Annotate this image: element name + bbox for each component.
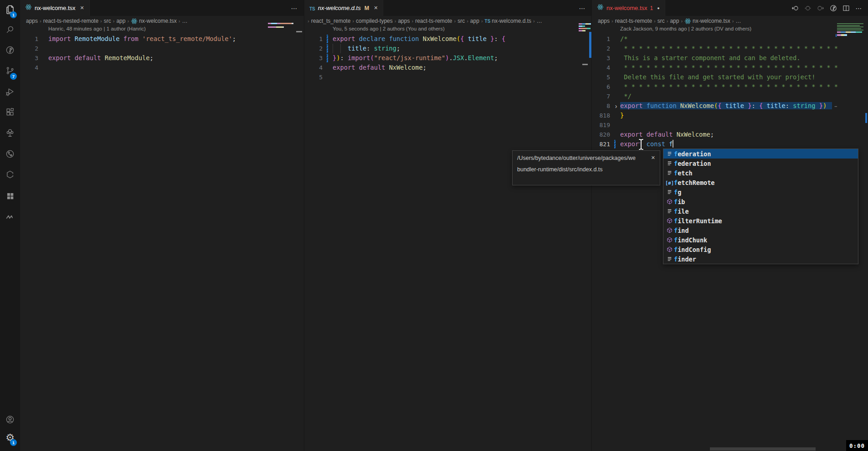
suggest-item-fib[interactable]: fib <box>663 197 858 206</box>
close-icon[interactable]: ✕ <box>374 5 378 11</box>
activitybar-item-extension-squiggle[interactable] <box>0 207 20 228</box>
code-token: export <box>333 64 355 71</box>
close-icon[interactable]: ✕ <box>80 5 84 11</box>
line-number: 1 <box>20 36 38 42</box>
breadcrumb-item[interactable]: nx-welcome.tsx <box>684 18 730 25</box>
horizontal-scrollbar[interactable] <box>710 447 816 451</box>
breadcrumb-item[interactable]: compiled-types <box>356 18 393 24</box>
suggest-item-federation[interactable]: federation <box>663 159 858 168</box>
suggest-item-filterRuntime[interactable]: filterRuntime <box>663 216 858 226</box>
more-actions-icon[interactable]: ⋯ <box>855 4 863 12</box>
activitybar-item-run-and-debug[interactable] <box>0 82 20 103</box>
breadcrumb-item[interactable]: TSnx-welcome.d.ts <box>485 18 531 24</box>
breadcrumb-label: compiled-types <box>356 18 393 24</box>
minimap-modified-marker <box>836 34 837 37</box>
codelens-blame[interactable]: Hanric, 48 minutes ago | 1 author (Hanri… <box>48 26 146 34</box>
activitybar-item-explorer[interactable]: 1 <box>0 0 20 20</box>
breadcrumb-label: apps <box>26 18 38 24</box>
code-editor[interactable]: 1export declare function NxWelcome({ tit… <box>304 34 592 82</box>
minimap[interactable] <box>579 30 586 31</box>
breadcrumb-item[interactable]: react-ts-remote <box>615 18 652 24</box>
suggest-item-findConfig[interactable]: findConfig <box>663 245 858 254</box>
minimap[interactable] <box>837 28 861 29</box>
revision-circle-icon[interactable] <box>804 4 812 12</box>
more-actions-icon[interactable]: ⋯ <box>578 4 586 12</box>
code-line: 3export default RemoteModule; <box>20 53 304 63</box>
gutter <box>610 92 620 101</box>
compare-previous-icon[interactable] <box>791 4 799 12</box>
minimap[interactable] <box>837 23 863 24</box>
tab-label: nx-welcome.tsx <box>35 5 76 11</box>
breadcrumb-item[interactable]: … <box>182 18 188 24</box>
breadcrumb-item[interactable]: app <box>470 18 479 24</box>
activitybar-item-nx-console[interactable] <box>0 186 20 207</box>
gitlens-graph-icon[interactable] <box>829 4 837 12</box>
breadcrumb-item[interactable]: nx-welcome.tsx <box>131 18 177 25</box>
minimap[interactable] <box>837 34 847 36</box>
breadcrumb-item[interactable]: src <box>457 18 465 24</box>
breadcrumb-item[interactable]: react-ts-remote <box>415 18 452 24</box>
minimap[interactable] <box>579 28 591 29</box>
breadcrumb-item[interactable]: app <box>116 18 125 24</box>
code-token: ( <box>370 54 374 62</box>
breadcrumb-separator: › <box>611 18 613 24</box>
compare-next-icon[interactable] <box>817 4 825 12</box>
close-icon[interactable]: ✕ <box>651 155 655 161</box>
code-editor[interactable]: 1import RemoteModule from 'react_ts_remo… <box>20 34 304 72</box>
breadcrumb-item[interactable]: app <box>670 18 679 24</box>
breadcrumb-item[interactable]: apps <box>398 18 410 24</box>
minimap[interactable] <box>837 30 863 31</box>
tab-nx-welcome.tsx[interactable]: nx-welcome.tsx✕ <box>20 0 90 16</box>
breadcrumb-item[interactable]: apps <box>26 18 38 24</box>
activitybar-item-git-graph[interactable] <box>0 144 20 165</box>
activitybar-item-testing-tree[interactable] <box>0 123 20 144</box>
suggest-item-fetchRemote[interactable]: [ø]fetchRemote <box>663 178 858 187</box>
tab-nx-welcome.d.ts[interactable]: TSnx-welcome.d.tsM✕ <box>304 0 383 16</box>
activitybar-item-source-control[interactable]: 7 <box>0 61 20 82</box>
minimap[interactable] <box>579 23 591 25</box>
activitybar-item-gitlens[interactable] <box>0 41 20 62</box>
minimap[interactable] <box>837 26 863 27</box>
suggest-item-fg[interactable]: fg <box>663 187 858 197</box>
tab-bar: nx-welcome.tsx✕⋯ <box>20 0 304 16</box>
breadcrumb-item[interactable]: react-ts-nested-remote <box>43 18 98 24</box>
breadcrumb-item[interactable]: react_ts_remote <box>311 18 351 24</box>
split-editor-icon[interactable] <box>842 4 850 12</box>
suggest-item-finder[interactable]: finder <box>663 254 858 264</box>
suggest-item-label: file <box>674 208 689 215</box>
codelens-blame[interactable]: You, 5 seconds ago | 2 authors (You and … <box>333 26 445 34</box>
code-token: { <box>755 102 763 109</box>
activitybar-item-settings[interactable]: ⚙1 <box>0 427 20 448</box>
breadcrumb-item[interactable]: src <box>104 18 111 24</box>
suggest-item-find[interactable]: find <box>663 226 858 235</box>
breadcrumb-separator: › <box>654 18 656 24</box>
react-icon <box>131 18 138 25</box>
breadcrumb-item[interactable]: … <box>537 18 542 24</box>
fold-chevron-icon[interactable]: › <box>612 101 620 111</box>
activitybar-item-search[interactable] <box>0 20 20 41</box>
suggest-item-label: find <box>674 227 689 234</box>
suggest-item-file[interactable]: file <box>663 206 858 216</box>
minimap[interactable] <box>268 26 284 28</box>
line-number: 818 <box>592 112 610 119</box>
more-actions-icon[interactable]: ⋯ <box>290 4 298 12</box>
minimap[interactable] <box>837 31 862 33</box>
minimap[interactable] <box>579 26 585 27</box>
suggest-widget[interactable]: federationfederationfetch[ø]fetchRemotef… <box>663 149 858 264</box>
activitybar-item-extension-hexagon[interactable] <box>0 165 20 186</box>
activitybar-item-extensions[interactable] <box>0 102 20 123</box>
code-line: 818} <box>592 111 868 120</box>
breadcrumb-item[interactable]: … <box>735 18 741 24</box>
minimap[interactable] <box>268 23 293 24</box>
breadcrumb-item[interactable]: apps <box>598 18 610 24</box>
line-number: 3 <box>304 55 323 62</box>
breadcrumb-item[interactable]: src <box>657 18 665 24</box>
suggest-item-federation[interactable]: federation <box>663 149 858 159</box>
tab-nx-welcome.tsx[interactable]: nx-welcome.tsx1● <box>592 0 665 16</box>
suggest-item-findChunk[interactable]: findChunk <box>663 235 858 245</box>
code-editor[interactable]: 1/*2 * * * * * * * * * * * * * * * * * *… <box>592 34 868 149</box>
codelens-blame[interactable]: Zack Jackson, 9 months ago | 2 authors (… <box>620 26 751 34</box>
minimap[interactable] <box>837 25 860 26</box>
breadcrumb-separator: › <box>40 18 41 24</box>
suggest-item-fetch[interactable]: fetch <box>663 168 858 178</box>
